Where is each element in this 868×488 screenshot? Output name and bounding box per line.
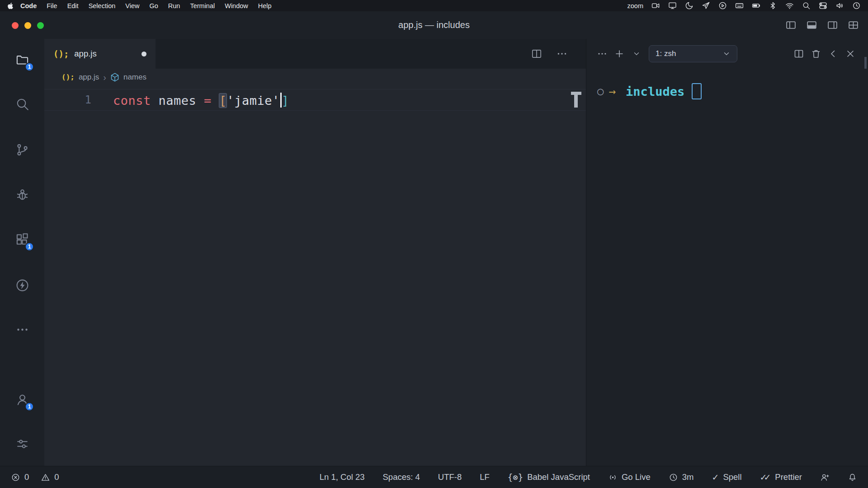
- terminal-actions: [791, 46, 860, 61]
- minimize-window-button[interactable]: [24, 22, 31, 29]
- sound-icon[interactable]: [835, 1, 844, 10]
- token-operator: =: [204, 94, 212, 108]
- status-right: Ln 1, Col 23 Spaces: 4 UTF-8 LF {⊗} Babe…: [320, 472, 857, 483]
- warning-icon: [41, 473, 50, 482]
- menu-run[interactable]: Run: [163, 2, 185, 9]
- display-icon[interactable]: [668, 1, 677, 10]
- extensions-icon[interactable]: 1: [12, 230, 32, 249]
- minimap[interactable]: [571, 92, 582, 114]
- timer[interactable]: 3m: [669, 472, 694, 482]
- eol-sequence[interactable]: LF: [480, 472, 490, 482]
- breadcrumb-separator-icon: ›: [103, 73, 106, 82]
- accounts-badge: 1: [25, 402, 34, 411]
- double-check-icon: ✓✓: [760, 472, 771, 483]
- babel-icon: {⊗}: [508, 472, 523, 482]
- layout-controls: [785, 11, 859, 39]
- tab-app-js[interactable]: (); app.js: [44, 39, 156, 69]
- encoding[interactable]: UTF-8: [438, 472, 462, 482]
- menu-edit[interactable]: Edit: [62, 2, 84, 9]
- source-control-icon[interactable]: [12, 140, 32, 160]
- token-variable: names: [159, 94, 197, 108]
- control-center-icon[interactable]: [819, 1, 827, 10]
- terminal-shell-label: 1: zsh: [656, 49, 676, 58]
- terminal-shell-select[interactable]: 1: zsh: [649, 45, 737, 62]
- maximize-panel-chevron-icon[interactable]: [826, 46, 841, 61]
- breadcrumb-file[interactable]: app.js: [79, 73, 99, 82]
- split-terminal-icon[interactable]: [791, 46, 807, 61]
- split-editor-icon[interactable]: [531, 48, 542, 60]
- close-window-button[interactable]: [12, 22, 19, 29]
- chevron-down-icon: [722, 50, 731, 58]
- battery-icon[interactable]: [752, 1, 760, 10]
- problems-warnings[interactable]: 0: [41, 472, 59, 482]
- breadcrumb: (); app.js › names: [44, 69, 586, 85]
- breadcrumb-symbol[interactable]: names: [123, 73, 146, 82]
- unsaved-changes-dot[interactable]: [142, 52, 146, 56]
- moon-icon[interactable]: [685, 1, 693, 10]
- menu-window[interactable]: Window: [220, 2, 253, 9]
- problems-errors[interactable]: 0: [11, 472, 29, 482]
- editor-group: (); app.js (); app.js › names 1 const na…: [44, 39, 586, 466]
- menu-go[interactable]: Go: [144, 2, 163, 9]
- run-debug-icon[interactable]: [12, 184, 32, 204]
- menu-help[interactable]: Help: [253, 2, 277, 9]
- kill-terminal-icon[interactable]: [808, 46, 824, 61]
- search-icon[interactable]: [802, 1, 811, 10]
- wifi-icon[interactable]: [785, 1, 794, 10]
- cursor-position[interactable]: Ln 1, Col 23: [320, 472, 365, 482]
- terminal-scrollbar[interactable]: [864, 57, 867, 69]
- menu-file[interactable]: File: [42, 2, 62, 9]
- menu-code[interactable]: Code: [15, 2, 42, 9]
- explorer-icon[interactable]: 1: [12, 50, 32, 70]
- spell-checker[interactable]: ✓ Spell: [712, 472, 741, 483]
- apple-menu-icon[interactable]: [7, 2, 14, 9]
- menu-view[interactable]: View: [120, 2, 144, 9]
- close-panel-icon[interactable]: [843, 46, 858, 61]
- more-views-icon[interactable]: [12, 319, 32, 339]
- explorer-badge: 1: [25, 62, 34, 71]
- language-mode[interactable]: {⊗} Babel JavaScript: [508, 472, 590, 482]
- indentation[interactable]: Spaces: 4: [383, 472, 420, 482]
- toggle-secondary-sidebar-icon[interactable]: [827, 19, 838, 31]
- check-icon: ✓: [712, 472, 719, 483]
- keyboard-icon[interactable]: [735, 1, 744, 10]
- activity-bar: 1 1 1: [0, 39, 45, 466]
- zoom-menu-label[interactable]: zoom: [627, 2, 643, 9]
- menubar-status-icons: zoom: [627, 1, 861, 10]
- zoom-window-button[interactable]: [37, 22, 44, 29]
- play-circle-icon[interactable]: [718, 1, 727, 10]
- line-number[interactable]: 1: [44, 94, 91, 106]
- code-area[interactable]: 1 const names = ['jamie']: [44, 85, 586, 111]
- menu-terminal[interactable]: Terminal: [185, 2, 220, 9]
- terminal-cursor: [692, 83, 702, 99]
- accounts-sync[interactable]: [820, 473, 830, 482]
- menu-selection[interactable]: Selection: [84, 2, 121, 9]
- terminal-content[interactable]: ○ → includes: [586, 69, 868, 99]
- customize-layout-icon[interactable]: [848, 19, 859, 31]
- window-controls: [12, 22, 44, 29]
- settings-tune-icon[interactable]: [12, 434, 32, 454]
- accounts-icon[interactable]: 1: [12, 389, 32, 409]
- new-terminal-icon[interactable]: [612, 46, 627, 61]
- window-title: app.js — includes: [0, 20, 868, 30]
- notifications[interactable]: [848, 473, 857, 482]
- thunder-client-icon[interactable]: [12, 275, 32, 295]
- broadcast-icon: [608, 473, 618, 482]
- breadcrumb-file-icon: ();: [61, 73, 75, 81]
- bluetooth-icon[interactable]: [769, 1, 777, 10]
- code-line-1[interactable]: 1 const names = ['jamie']: [44, 89, 586, 111]
- search-sidebar-icon[interactable]: [12, 94, 32, 114]
- code-text[interactable]: const names = ['jamie']: [113, 93, 289, 108]
- more-actions-icon[interactable]: [556, 48, 568, 60]
- toggle-primary-sidebar-icon[interactable]: [785, 19, 797, 31]
- vscode-window: Code File Edit Selection View Go Run Ter…: [0, 0, 868, 488]
- video-camera-icon[interactable]: [651, 1, 660, 10]
- terminal-profile-chevron-icon[interactable]: [629, 46, 644, 61]
- go-live[interactable]: Go Live: [608, 472, 651, 482]
- paper-plane-icon[interactable]: [702, 1, 710, 10]
- toggle-panel-icon[interactable]: [806, 19, 817, 31]
- prettier[interactable]: ✓✓ Prettier: [760, 472, 802, 483]
- token-string: 'jamie': [226, 94, 279, 108]
- terminal-more-actions-icon[interactable]: [594, 46, 610, 61]
- clock-icon[interactable]: [852, 1, 861, 10]
